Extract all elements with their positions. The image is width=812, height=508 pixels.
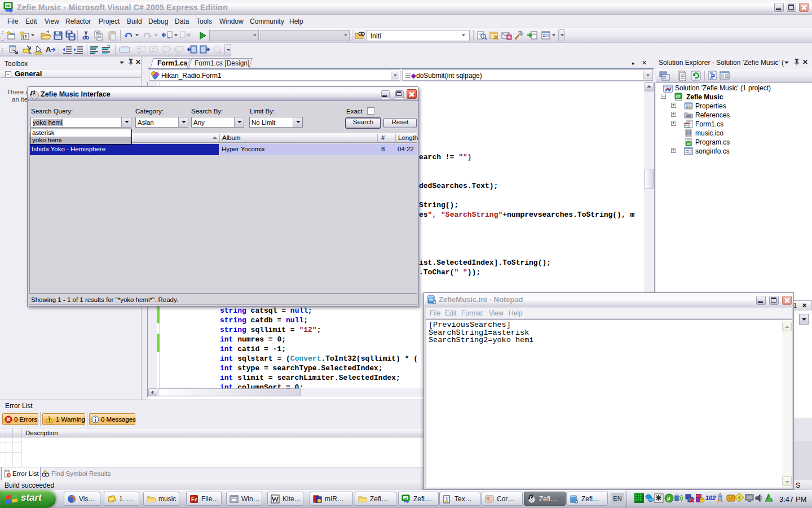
svg-text:c#: c# (687, 142, 691, 146)
svg-text:c#: c# (6, 4, 10, 8)
svg-text:Fz: Fz (191, 496, 197, 502)
svg-text:c#: c# (676, 94, 681, 98)
svg-text:µ: µ (667, 495, 670, 501)
svg-text:A: A (46, 45, 51, 54)
svg-text:c#: c# (404, 497, 408, 500)
